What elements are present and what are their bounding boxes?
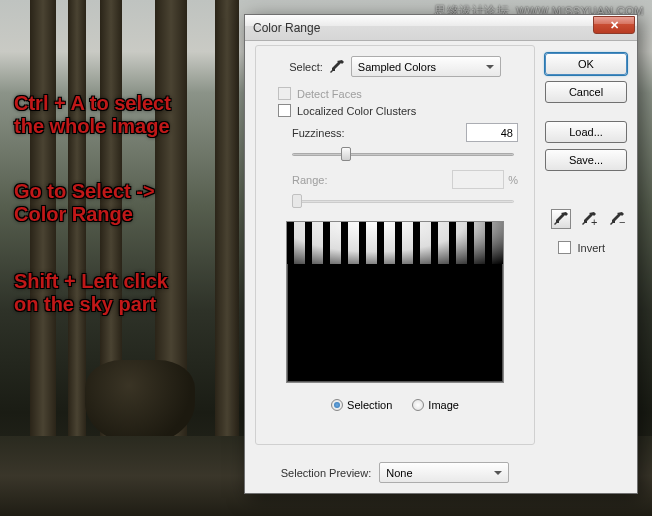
detect-faces-label: Detect Faces xyxy=(297,88,362,100)
button-column: OK Cancel Load... Save... xyxy=(545,53,627,171)
radio-selection[interactable] xyxy=(331,399,343,411)
select-row: Select: Sampled Colors xyxy=(266,56,524,77)
localized-checkbox[interactable] xyxy=(278,104,291,117)
range-row: Range: % xyxy=(266,170,524,189)
invert-label: Invert xyxy=(577,242,605,254)
eyedropper-add-icon[interactable]: + xyxy=(579,209,599,229)
annotation-select-all: Ctrl + A to select the whole image xyxy=(14,92,171,138)
fuzziness-slider[interactable] xyxy=(292,146,514,164)
radio-selection-text: Selection xyxy=(347,399,392,411)
selection-preview-value: None xyxy=(386,467,412,479)
detect-faces-row: Detect Faces xyxy=(266,87,524,100)
dialog-title: Color Range xyxy=(253,21,320,35)
select-dropdown[interactable]: Sampled Colors xyxy=(351,56,501,77)
cancel-button[interactable]: Cancel xyxy=(545,81,627,103)
detect-faces-checkbox xyxy=(278,87,291,100)
range-section: Range: % xyxy=(266,170,524,211)
preview-mode-radios: Selection Image xyxy=(266,395,524,415)
selection-preview-dropdown[interactable]: None xyxy=(379,462,509,483)
localized-label: Localized Color Clusters xyxy=(297,105,416,117)
tree-stump xyxy=(85,360,195,445)
fuzziness-section: Fuzziness: xyxy=(266,123,524,164)
tree xyxy=(68,0,86,460)
annotation-shift-click: Shift + Left click on the sky part xyxy=(14,270,168,316)
localized-row: Localized Color Clusters xyxy=(266,104,524,117)
dialog-body: Select: Sampled Colors Detect Faces Loca… xyxy=(245,41,637,493)
svg-text:+: + xyxy=(591,216,597,227)
eyedropper-subtract-icon[interactable]: − xyxy=(607,209,627,229)
ok-button[interactable]: OK xyxy=(545,53,627,75)
range-label: Range: xyxy=(292,174,327,186)
preview-trees xyxy=(287,222,503,264)
range-unit: % xyxy=(508,174,518,186)
invert-checkbox[interactable] xyxy=(558,241,571,254)
titlebar[interactable]: Color Range ✕ xyxy=(245,15,637,41)
ok-label: OK xyxy=(578,58,594,70)
radio-selection-label[interactable]: Selection xyxy=(331,399,392,411)
color-range-dialog: Color Range ✕ Select: Sampled Colors Det… xyxy=(244,14,638,494)
range-input xyxy=(452,170,504,189)
selection-preview-thumbnail[interactable] xyxy=(286,221,504,383)
slider-thumb[interactable] xyxy=(341,147,351,161)
fuzziness-input[interactable] xyxy=(466,123,518,142)
slider-thumb xyxy=(292,194,302,208)
svg-text:−: − xyxy=(619,216,625,227)
selection-preview-row: Selection Preview: None xyxy=(255,462,535,483)
save-button[interactable]: Save... xyxy=(545,149,627,171)
close-button[interactable]: ✕ xyxy=(593,16,635,34)
save-label: Save... xyxy=(569,154,603,166)
load-label: Load... xyxy=(569,126,603,138)
slider-track xyxy=(292,153,514,156)
cancel-label: Cancel xyxy=(569,86,603,98)
fuzziness-row: Fuzziness: xyxy=(266,123,524,142)
eyedropper-tools: + − xyxy=(551,209,627,229)
annotation-menu-path: Go to Select -> Color Range xyxy=(14,180,155,226)
slider-track xyxy=(292,200,514,203)
eyedropper-icon xyxy=(329,59,345,75)
range-slider xyxy=(292,193,514,211)
select-value: Sampled Colors xyxy=(358,61,436,73)
close-icon: ✕ xyxy=(610,19,619,32)
eyedropper-sample-icon[interactable] xyxy=(551,209,571,229)
fuzziness-label: Fuzziness: xyxy=(292,127,345,139)
invert-row: Invert xyxy=(558,241,605,254)
radio-image-text: Image xyxy=(428,399,459,411)
radio-image[interactable] xyxy=(412,399,424,411)
main-group: Select: Sampled Colors Detect Faces Loca… xyxy=(255,45,535,445)
radio-image-label[interactable]: Image xyxy=(412,399,459,411)
select-label: Select: xyxy=(289,61,323,73)
tree xyxy=(215,0,239,470)
selection-preview-label: Selection Preview: xyxy=(281,467,372,479)
tree xyxy=(30,0,56,470)
load-button[interactable]: Load... xyxy=(545,121,627,143)
